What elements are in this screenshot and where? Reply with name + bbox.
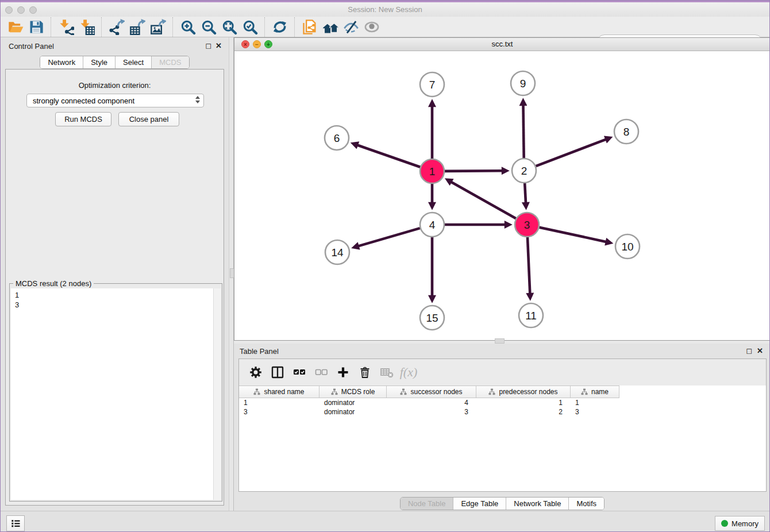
graph-edge-1-2[interactable] bbox=[445, 171, 502, 171]
table-tab-edge-table[interactable]: Edge Table bbox=[453, 498, 506, 510]
close-panel-icon[interactable]: ✕ bbox=[215, 42, 222, 49]
graph-node-3[interactable]: 3 bbox=[515, 213, 539, 237]
list-icon bbox=[10, 518, 21, 529]
graph-edge-1-6[interactable] bbox=[357, 145, 420, 167]
table-close-panel-icon[interactable]: ✕ bbox=[757, 347, 763, 354]
graph-node-11[interactable]: 11 bbox=[519, 303, 543, 327]
network-zoom-button[interactable]: + bbox=[264, 40, 272, 48]
import-network-icon[interactable] bbox=[56, 18, 76, 36]
table-cell[interactable]: 1 bbox=[476, 398, 571, 407]
table-tab-motifs[interactable]: Motifs bbox=[569, 498, 604, 510]
table-cell[interactable]: 4 bbox=[387, 398, 476, 407]
table-cell[interactable]: 3 bbox=[387, 407, 476, 417]
refresh-network-icon[interactable] bbox=[270, 18, 290, 36]
mcds-result-scrollbar[interactable] bbox=[213, 288, 221, 500]
toggle-panes-icon[interactable] bbox=[267, 362, 288, 383]
graph-edge-4-14[interactable] bbox=[358, 228, 419, 246]
control-tab-select[interactable]: Select bbox=[116, 56, 152, 68]
graph-node-14[interactable]: 14 bbox=[325, 240, 349, 264]
open-folder-icon[interactable] bbox=[5, 18, 26, 36]
zoom-window-button[interactable] bbox=[29, 6, 37, 14]
mcds-result-item[interactable]: 1 bbox=[15, 290, 214, 300]
table-cell[interactable]: dominator bbox=[319, 407, 387, 417]
node-table[interactable]: shared nameMCDS rolesuccessor nodesprede… bbox=[239, 385, 766, 491]
new-network-from-selection-icon[interactable] bbox=[299, 18, 320, 36]
export-image-icon[interactable] bbox=[148, 18, 168, 36]
graph-edge-3-1[interactable] bbox=[451, 182, 516, 219]
network-minimize-button[interactable]: − bbox=[253, 40, 261, 48]
zoom-in-icon[interactable] bbox=[178, 18, 198, 36]
function-builder-icon: f(x) bbox=[398, 362, 419, 383]
deselect-all-icon[interactable] bbox=[310, 362, 332, 383]
hide-selected-icon[interactable] bbox=[341, 18, 361, 36]
graph-edge-3-11[interactable] bbox=[528, 237, 530, 294]
graph-node-1[interactable]: 1 bbox=[420, 159, 444, 183]
zoom-selected-icon[interactable] bbox=[240, 18, 260, 36]
column-header-name[interactable]: name bbox=[571, 386, 619, 398]
graph-node-7[interactable]: 7 bbox=[420, 72, 444, 97]
export-table-icon[interactable] bbox=[127, 18, 148, 36]
table-float-panel-icon[interactable]: ◻ bbox=[746, 347, 752, 354]
network-canvas[interactable]: 7968124314101511 bbox=[234, 51, 770, 340]
graph-edge-2-9[interactable] bbox=[523, 105, 524, 158]
graph-edge-2-3[interactable] bbox=[525, 183, 526, 203]
graph-node-label: 2 bbox=[521, 165, 528, 177]
optimization-criterion-select[interactable]: strongly connected component bbox=[26, 94, 204, 107]
column-header-MCDS-role[interactable]: MCDS role bbox=[319, 386, 387, 398]
titlebar[interactable]: Session: New Session bbox=[1, 2, 769, 17]
table-cell[interactable]: 3 bbox=[571, 407, 619, 417]
table-cell[interactable]: 1 bbox=[239, 398, 319, 407]
network-close-button[interactable]: × bbox=[241, 40, 249, 48]
add-column-icon[interactable] bbox=[332, 362, 354, 383]
graph-node-10[interactable]: 10 bbox=[615, 234, 640, 259]
graph-node-label: 10 bbox=[621, 241, 633, 253]
mcds-result-list[interactable]: 13 bbox=[11, 288, 214, 500]
control-panel-tabs: NetworkStyleSelectMCDS bbox=[40, 56, 189, 69]
graph-node-2[interactable]: 2 bbox=[512, 159, 536, 183]
minimize-window-button[interactable] bbox=[17, 6, 25, 14]
column-header-successor-nodes[interactable]: successor nodes bbox=[387, 386, 476, 398]
table-cell[interactable]: dominator bbox=[319, 398, 387, 407]
graph-edge-3-10[interactable] bbox=[539, 228, 606, 242]
save-session-icon[interactable] bbox=[26, 18, 47, 36]
close-window-button[interactable] bbox=[5, 6, 13, 14]
mcds-result-item[interactable]: 3 bbox=[15, 300, 214, 310]
graph-node-8[interactable]: 8 bbox=[614, 119, 638, 144]
table-row[interactable]: 3dominator323 bbox=[239, 407, 766, 417]
table-tab-node-table[interactable]: Node Table bbox=[401, 498, 454, 510]
table-row[interactable]: 1dominator411 bbox=[239, 398, 766, 407]
column-header-shared-name[interactable]: shared name bbox=[239, 386, 319, 398]
toolbar-separator bbox=[294, 17, 295, 37]
graph-node-9[interactable]: 9 bbox=[511, 71, 535, 95]
zoom-out-icon[interactable] bbox=[198, 18, 219, 36]
export-network-icon[interactable] bbox=[106, 18, 127, 36]
table-cell[interactable]: 2 bbox=[476, 407, 571, 417]
task-history-button[interactable] bbox=[6, 515, 25, 531]
delete-row-icon[interactable] bbox=[354, 362, 376, 383]
table-settings-icon[interactable] bbox=[245, 362, 267, 383]
table-cell[interactable]: 1 bbox=[571, 398, 619, 407]
graph-edge-2-8[interactable] bbox=[536, 140, 606, 167]
column-header-predecessor-nodes[interactable]: predecessor nodes bbox=[476, 386, 571, 398]
graph-node-4[interactable]: 4 bbox=[420, 213, 444, 237]
control-tab-mcds[interactable]: MCDS bbox=[152, 56, 188, 68]
horizontal-splitter-handle[interactable] bbox=[495, 338, 505, 344]
vertical-splitter[interactable] bbox=[229, 37, 234, 511]
control-tab-network[interactable]: Network bbox=[40, 56, 83, 68]
graph-node-label: 7 bbox=[429, 79, 436, 91]
close-panel-button[interactable]: Close panel bbox=[118, 112, 179, 126]
run-mcds-button[interactable]: Run MCDS bbox=[55, 112, 111, 126]
memory-button[interactable]: Memory bbox=[715, 516, 765, 531]
select-all-icon[interactable] bbox=[288, 362, 310, 383]
table-cell[interactable]: 3 bbox=[239, 407, 319, 417]
control-tab-style[interactable]: Style bbox=[83, 56, 116, 68]
import-table-icon[interactable] bbox=[76, 18, 97, 36]
zoom-fit-icon[interactable] bbox=[219, 18, 240, 36]
first-neighbors-icon[interactable] bbox=[320, 18, 341, 36]
graph-node-15[interactable]: 15 bbox=[420, 306, 444, 330]
table-tab-network-table[interactable]: Network Table bbox=[506, 498, 569, 510]
float-panel-icon[interactable]: ◻ bbox=[205, 42, 211, 49]
show-all-icon[interactable] bbox=[361, 18, 382, 36]
graph-node-6[interactable]: 6 bbox=[325, 126, 349, 150]
network-window-titlebar[interactable]: × − + scc.txt bbox=[234, 38, 770, 51]
